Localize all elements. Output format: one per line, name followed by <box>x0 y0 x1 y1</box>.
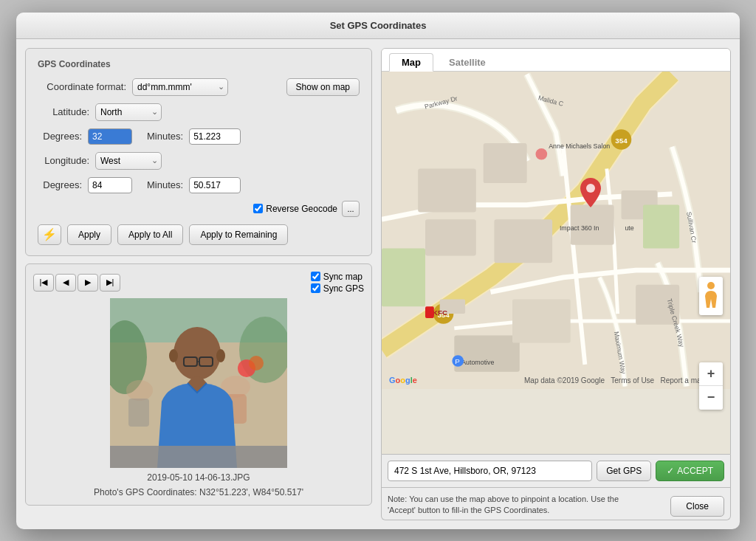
nav-prev-icon: ◀ <box>63 278 69 287</box>
map-attribution: Map data ©2019 Google Terms of Use Repor… <box>524 376 723 385</box>
lat-degrees-input[interactable]: 32 <box>88 128 132 145</box>
apply-to-all-button[interactable]: Apply to All <box>117 224 183 245</box>
svg-point-49 <box>707 282 715 289</box>
sync-map-label[interactable]: Sync map <box>311 272 362 282</box>
svg-point-9 <box>249 356 264 371</box>
svg-text:ute: ute <box>625 224 633 232</box>
svg-text:P: P <box>455 356 460 365</box>
coord-format-select[interactable]: dd°mm.mmm' dd.dddd° dd°mm'ss" <box>132 78 228 96</box>
action-row: ⚡ Apply Apply to All Apply to Remaining <box>38 224 360 245</box>
reverse-geocode-checkbox[interactable] <box>253 204 263 213</box>
accept-label-text: ACCEPT <box>677 466 713 476</box>
svg-rect-7 <box>128 399 149 427</box>
nav-next-button[interactable]: ▶ <box>78 274 98 292</box>
note-text: Note: You can use the map above to pinpo… <box>388 494 639 517</box>
latitude-direction-wrapper[interactable]: North South <box>95 103 162 121</box>
tab-satellite[interactable]: Satellite <box>436 53 498 71</box>
nav-buttons: |◀ ◀ ▶ ▶| <box>33 274 120 292</box>
longitude-label: Longitude: <box>38 155 89 166</box>
lon-minutes-input[interactable]: 50.517 <box>189 177 241 193</box>
svg-rect-28 <box>494 219 552 263</box>
bottom-row: Note: You can use the map above to pinpo… <box>381 488 731 520</box>
nav-first-button[interactable]: |◀ <box>33 274 54 292</box>
longitude-direction-select[interactable]: West East <box>95 152 162 170</box>
svg-rect-23 <box>484 143 527 183</box>
longitude-direction-wrapper[interactable]: West East <box>95 152 162 170</box>
street-view-button[interactable] <box>699 277 723 315</box>
map-data-text: Map data ©2019 Google <box>524 376 605 385</box>
lat-degrees-label: Degrees: <box>38 131 82 142</box>
nav-prev-button[interactable]: ◀ <box>55 274 76 292</box>
svg-text:354: 354 <box>615 137 628 145</box>
coord-format-row: Coordinate format: dd°mm.mmm' dd.dddd° d… <box>38 78 360 96</box>
latitude-label: Latitude: <box>38 106 89 117</box>
svg-point-6 <box>126 380 153 401</box>
svg-rect-22 <box>418 168 476 212</box>
svg-rect-33 <box>512 299 571 342</box>
reverse-geocode-label[interactable]: Reverse Geocode <box>253 204 337 214</box>
latitude-row: Latitude: North South <box>38 103 360 121</box>
photo-scene-svg <box>110 298 287 468</box>
map-area[interactable]: 354 354 <box>382 72 730 389</box>
svg-text:Anne Michaels Salon: Anne Michaels Salon <box>549 142 610 149</box>
gps-section: GPS Coordinates Coordinate format: dd°mm… <box>25 48 372 256</box>
google-logo: Google <box>389 376 417 385</box>
lat-minutes-label: Minutes: <box>147 131 183 142</box>
left-panel: GPS Coordinates Coordinate format: dd°mm… <box>25 48 372 520</box>
sync-gps-label[interactable]: Sync GPS <box>311 283 364 294</box>
ellipsis-button[interactable]: ... <box>342 201 360 217</box>
get-gps-button[interactable]: Get GPS <box>597 461 651 481</box>
map-zoom-controls: + − <box>699 362 723 410</box>
main-window: Set GPS Coordinates GPS Coordinates Coor… <box>16 13 740 529</box>
zoom-in-button[interactable]: + <box>699 362 723 386</box>
svg-rect-31 <box>643 204 679 248</box>
svg-point-14 <box>169 349 178 362</box>
lon-degrees-input[interactable]: 84 <box>88 177 132 193</box>
map-tabs: Map Satellite <box>382 49 730 72</box>
latitude-direction-select[interactable]: North South <box>95 103 162 121</box>
terms-link[interactable]: Terms of Use <box>611 376 654 385</box>
apply-button[interactable]: Apply <box>67 224 111 245</box>
sync-options: Sync map Sync GPS <box>311 272 364 294</box>
svg-point-10 <box>173 327 221 380</box>
longitude-row: Longitude: West East <box>38 152 360 170</box>
tab-map[interactable]: Map <box>389 53 433 72</box>
gps-section-title: GPS Coordinates <box>38 59 360 69</box>
right-panel: Map Satellite 354 <box>381 48 731 520</box>
nav-last-button[interactable]: ▶| <box>100 274 120 292</box>
lightning-button[interactable]: ⚡ <box>38 224 61 245</box>
photo-gps-coords: Photo's GPS Coordinates: N32°51.223', W8… <box>94 487 303 497</box>
map-svg: 354 354 <box>382 72 730 389</box>
coord-format-select-wrapper[interactable]: dd°mm.mmm' dd.dddd° dd°mm'ss" <box>132 78 228 96</box>
lon-degrees-label: Degrees: <box>38 179 82 190</box>
google-e: e <box>413 376 417 385</box>
show-on-map-button[interactable]: Show on map <box>286 78 360 96</box>
window-body: GPS Coordinates Coordinate format: dd°mm… <box>16 39 740 529</box>
sync-gps-checkbox[interactable] <box>311 283 320 293</box>
pin-svg <box>580 178 601 207</box>
accept-button[interactable]: ✓ ACCEPT <box>656 461 724 481</box>
window-title: Set GPS Coordinates <box>330 20 427 31</box>
close-button[interactable]: Close <box>670 496 724 517</box>
svg-rect-30 <box>382 248 425 306</box>
address-input[interactable] <box>388 461 592 481</box>
lon-degrees-row: Degrees: 84 Minutes: 50.517 <box>38 177 360 193</box>
street-view-icon <box>702 281 720 311</box>
google-g: G <box>389 376 396 385</box>
svg-rect-24 <box>425 219 476 255</box>
lon-minutes-label: Minutes: <box>147 179 183 190</box>
lat-degrees-row: Degrees: 32 Minutes: 51.223 <box>38 128 360 145</box>
svg-rect-29 <box>454 335 520 371</box>
lat-minutes-input[interactable]: 51.223 <box>189 128 241 145</box>
lightning-icon: ⚡ <box>42 227 57 241</box>
sync-map-checkbox[interactable] <box>311 272 320 281</box>
apply-to-remaining-button[interactable]: Apply to Remaining <box>189 224 288 245</box>
svg-text:KFC: KFC <box>433 309 447 317</box>
svg-rect-44 <box>425 306 434 318</box>
svg-point-48 <box>586 184 595 193</box>
svg-point-39 <box>535 148 547 159</box>
svg-rect-16 <box>110 446 287 468</box>
svg-text:Impact 360 In: Impact 360 In <box>560 224 599 232</box>
zoom-out-button[interactable]: − <box>699 386 723 410</box>
nav-first-icon: |◀ <box>40 278 48 287</box>
